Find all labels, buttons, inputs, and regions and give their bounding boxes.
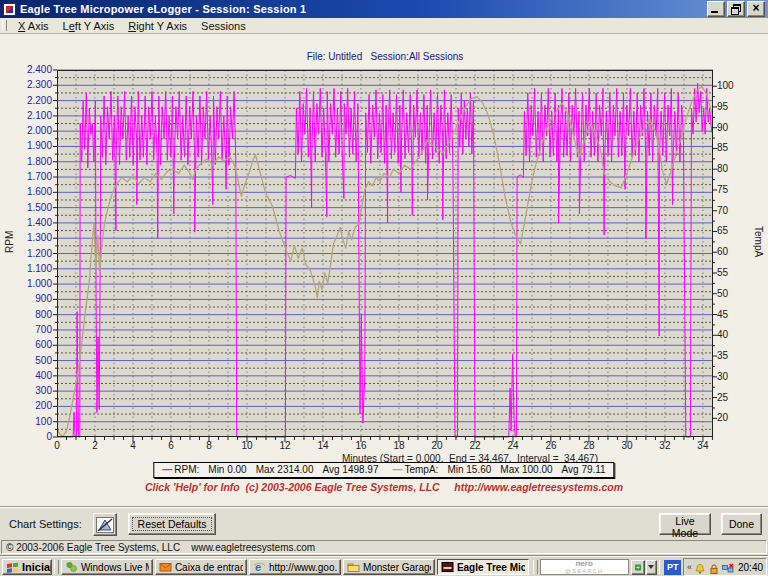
right-axis-title: TempA	[753, 226, 764, 257]
plot-area[interactable]	[57, 70, 713, 437]
rpm-avg: Avg 1498.97	[322, 464, 378, 476]
minimize-button[interactable]	[707, 1, 725, 17]
x-axis-tick-label: 14	[308, 441, 338, 451]
task-label: http://www.goo...	[269, 562, 337, 573]
taskbar-handle[interactable]	[54, 560, 59, 574]
lock-icon[interactable]	[708, 561, 720, 573]
right-axis-tick-label: 50	[717, 289, 745, 299]
chart-legend: — RPM: Min 0.00 Max 2314.00 Avg 1498.97 …	[153, 462, 614, 478]
svg-text:e: e	[255, 561, 261, 573]
tempa-legend-dash: —	[392, 464, 402, 476]
reset-defaults-button[interactable]: Reset Defaults	[128, 513, 216, 535]
taskbar: Iniciar Windows Live M...Caixa de entrad…	[0, 556, 768, 576]
left-axis-tick-label: 1.900	[16, 141, 52, 151]
right-axis-tick-label: 25	[717, 393, 745, 403]
start-button[interactable]: Iniciar	[2, 559, 52, 575]
right-axis-tick-label: 35	[717, 351, 745, 361]
left-axis-tick-label: 2.400	[16, 65, 52, 75]
task-label: Monster Garage	[363, 562, 431, 573]
search-watermark-logo: nero	[575, 560, 592, 568]
taskbar-task-windows-live-m[interactable]: Windows Live M...	[61, 559, 153, 575]
windows-flag-icon	[6, 561, 19, 573]
x-axis-tick-label: 28	[574, 441, 604, 451]
right-axis-tick-label: 90	[717, 123, 745, 133]
x-axis-tick-label: 0	[42, 441, 72, 451]
tempa-avg: Avg 79.11	[562, 464, 606, 476]
taskbar-task-caixa-de-entrad[interactable]: Caixa de entrad...	[155, 559, 247, 575]
taskbar-task-monster-garage[interactable]: Monster Garage	[343, 559, 435, 575]
search-dropdown-button[interactable]	[646, 560, 657, 575]
left-axis-tick-label: 1.000	[16, 279, 52, 289]
eagle-tree-icon	[441, 561, 454, 573]
left-axis-title: RPM	[4, 231, 15, 253]
menu-right-y-axis[interactable]: Right Y Axis	[121, 19, 194, 33]
left-axis-tick-label: 1.200	[16, 249, 52, 259]
chart-header: File: Untitled Session:All Sessions	[57, 51, 713, 62]
left-axis-tick-label: 2.300	[16, 80, 52, 90]
search-input[interactable]: nero @SEARCH	[540, 559, 629, 575]
live-mode-button[interactable]: Live Mode	[659, 513, 711, 535]
chart-settings-label: Chart Settings:	[9, 518, 82, 530]
network-status-icon[interactable]	[722, 561, 734, 573]
x-axis-tick-label: 8	[194, 441, 224, 451]
taskbar-clock[interactable]: 20:40	[738, 562, 763, 573]
tempa-min: Min 15.60	[447, 464, 491, 476]
left-axis-tick-label: 1.300	[16, 233, 52, 243]
task-label: Caixa de entrad...	[175, 562, 243, 573]
search-go-button[interactable]	[631, 560, 645, 575]
right-axis-tick-label: 100	[717, 81, 745, 91]
language-indicator[interactable]: PT	[664, 560, 681, 575]
deskband-handle[interactable]	[533, 560, 538, 574]
left-axis-tick-label: 900	[16, 294, 52, 304]
help-note: Click 'Help' for Info (c) 2003-2006 Eagl…	[0, 481, 768, 493]
taskbar-task-eagle-tree-mic[interactable]: Eagle Tree Mic...	[437, 559, 529, 575]
menu-sessions[interactable]: Sessions	[194, 19, 253, 33]
close-button[interactable]	[747, 1, 765, 17]
folder-icon	[347, 561, 360, 573]
restore-button[interactable]	[727, 1, 745, 17]
tempa-max: Max 100.00	[500, 464, 552, 476]
right-axis-tick-label: 65	[717, 226, 745, 236]
search-watermark-sub: @SEARCH	[565, 568, 603, 574]
mail-icon	[159, 561, 172, 573]
left-axis-tick-label: 2.200	[16, 96, 52, 106]
x-axis-tick-label: 12	[270, 441, 300, 451]
left-axis-tick-label: 2.000	[16, 126, 52, 136]
x-axis-tick-label: 32	[650, 441, 680, 451]
left-axis-tick-label: 100	[16, 417, 52, 427]
taskbar-task-http-www-goo[interactable]: ehttp://www.goo...	[249, 559, 341, 575]
start-button-label: Iniciar	[22, 561, 52, 573]
menu-grip-handle[interactable]	[2, 20, 7, 31]
right-axis-tick-label: 45	[717, 310, 745, 320]
x-axis-tick-label: 24	[498, 441, 528, 451]
task-label: Eagle Tree Mic...	[457, 562, 525, 573]
menu-bar: X AxisLeft Y AxisRight Y AxisSessions	[0, 18, 768, 34]
chart-settings-icon	[96, 517, 114, 533]
chart-settings-button[interactable]	[93, 513, 117, 536]
menu-left-y-axis[interactable]: Left Y Axis	[56, 19, 122, 33]
bottom-panel: Chart Settings: Reset Defaults Live Mode…	[0, 506, 768, 540]
done-button[interactable]: Done	[721, 513, 762, 535]
menu-x-axis[interactable]: X Axis	[11, 19, 56, 33]
tray-expand-chevron[interactable]: «	[687, 560, 692, 574]
left-axis-tick-label: 1.100	[16, 264, 52, 274]
x-axis-tick-label: 16	[346, 441, 376, 451]
left-axis-tick-label: 800	[16, 310, 52, 320]
x-axis-tick-label: 20	[422, 441, 452, 451]
left-axis-tick-label: 300	[16, 386, 52, 396]
x-axis-tick-label: 18	[384, 441, 414, 451]
chart-client-area: File: Untitled Session:All Sessions 2.40…	[0, 34, 768, 506]
right-axis-tick-label: 95	[717, 102, 745, 112]
title-bar[interactable]: Eagle Tree Micropower eLogger - Session:…	[0, 0, 768, 18]
taskbar-separator	[659, 560, 661, 574]
right-axis-tick-label: 20	[717, 413, 745, 423]
status-bar: © 2003-2006 Eagle Tree Systems, LLC www.…	[0, 539, 768, 555]
right-axis-tick-label: 40	[717, 330, 745, 340]
bell-icon[interactable]	[694, 561, 706, 573]
rpm-legend-dash: —	[162, 464, 172, 476]
application-window: Eagle Tree Micropower eLogger - Session:…	[0, 0, 768, 576]
rpm-min: Min 0.00	[208, 464, 246, 476]
left-axis-tick-label: 2.100	[16, 111, 52, 121]
right-axis-tick-label: 30	[717, 372, 745, 382]
left-axis-tick-label: 700	[16, 325, 52, 335]
